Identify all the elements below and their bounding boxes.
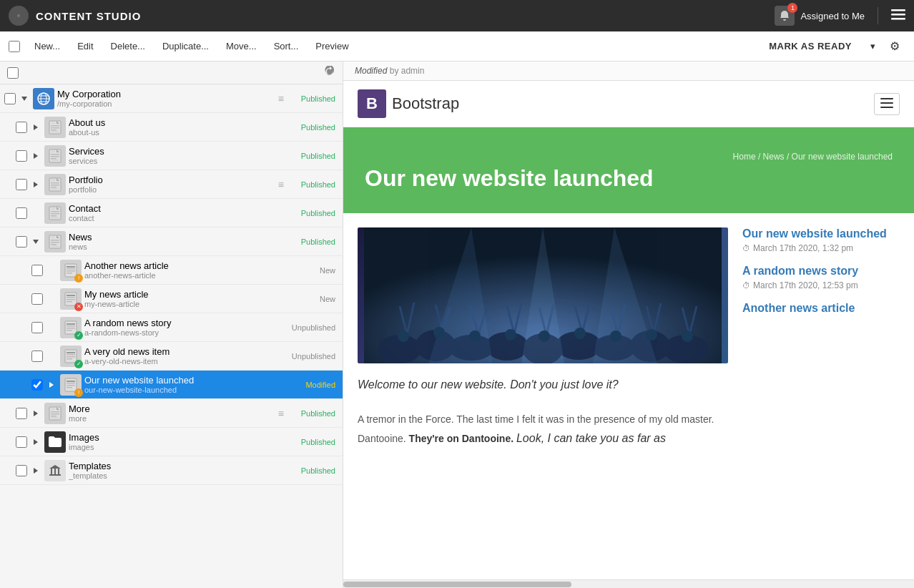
svg-rect-51 bbox=[67, 266, 75, 268]
preview-hamburger[interactable] bbox=[874, 93, 900, 115]
svg-rect-67 bbox=[67, 354, 75, 356]
tree-item-templates[interactable]: Templates_templatesPublished bbox=[0, 456, 343, 485]
checkbox-contact[interactable] bbox=[16, 207, 27, 219]
refresh-icon[interactable] bbox=[324, 66, 335, 79]
select-all-checkbox[interactable] bbox=[9, 41, 20, 52]
expand-toggle-my-news bbox=[46, 293, 57, 305]
sidebar-news-title-2[interactable]: A random news story bbox=[742, 265, 900, 278]
hero-title: Our new website launched bbox=[365, 165, 654, 192]
item-path-services: services bbox=[69, 157, 288, 165]
checkbox-another-news[interactable] bbox=[31, 265, 43, 276]
mark-as-ready-button[interactable]: MARK AS READY bbox=[759, 36, 862, 56]
preview-main: Welcome to our new website. Don't you ju… bbox=[358, 227, 728, 448]
icon-wrap-about-us bbox=[44, 117, 66, 138]
checkbox-about-us[interactable] bbox=[16, 122, 27, 133]
icon-wrap-portfolio bbox=[44, 174, 66, 195]
checkbox-images[interactable] bbox=[16, 436, 27, 448]
item-text-about-us: About usabout-us bbox=[69, 117, 288, 137]
svg-point-133 bbox=[682, 330, 693, 342]
svg-rect-88 bbox=[54, 469, 56, 474]
sidebar-news-title-1[interactable]: Our new website launched bbox=[742, 227, 900, 240]
checkbox-more[interactable] bbox=[16, 408, 27, 419]
new-button[interactable]: New... bbox=[27, 36, 67, 56]
expand-toggle-random-news bbox=[46, 322, 57, 333]
tree-item-services[interactable]: ServicesservicesPublished bbox=[0, 142, 343, 170]
sidebar-news-title-3[interactable]: Another news article bbox=[742, 302, 900, 315]
drag-handle-my-corp[interactable]: ≡ bbox=[278, 93, 284, 104]
icon-wrap-templates bbox=[44, 460, 66, 481]
sort-button[interactable]: Sort... bbox=[267, 36, 306, 56]
duplicate-button[interactable]: Duplicate... bbox=[155, 36, 216, 56]
status-badge-contact: Published bbox=[288, 209, 338, 217]
checkbox-news[interactable] bbox=[16, 236, 27, 248]
expand-toggle-our-new-website[interactable] bbox=[46, 379, 57, 391]
icon-wrap-more bbox=[44, 403, 66, 424]
expand-toggle-news[interactable] bbox=[30, 236, 41, 248]
tree-item-my-corp[interactable]: My Corporation/my-corporation≡Published bbox=[0, 84, 343, 113]
tree-item-images[interactable]: ImagesimagesPublished bbox=[0, 428, 343, 456]
svg-marker-84 bbox=[34, 439, 38, 445]
checkbox-random-news[interactable] bbox=[31, 322, 43, 333]
svg-rect-81 bbox=[51, 416, 56, 417]
preview-button[interactable]: Preview bbox=[308, 36, 355, 56]
status-badge-services: Published bbox=[288, 152, 338, 160]
expand-toggle-more[interactable] bbox=[30, 408, 41, 419]
item-name-another-news: Another news article bbox=[84, 260, 288, 271]
checkbox-my-corp[interactable] bbox=[4, 93, 16, 104]
settings-gear-button[interactable]: ⚙ bbox=[884, 35, 905, 57]
svg-point-129 bbox=[539, 330, 550, 342]
article-bold: They're on Dantooine. bbox=[409, 433, 513, 444]
svg-rect-23 bbox=[51, 156, 59, 157]
preview-sidebar: Our new website launched ⏱ March 17th 20… bbox=[742, 227, 900, 448]
checkbox-portfolio[interactable] bbox=[16, 179, 27, 190]
delete-button[interactable]: Delete... bbox=[104, 36, 152, 56]
tree-item-contact[interactable]: ContactcontactPublished bbox=[0, 199, 343, 227]
edit-button[interactable]: Edit bbox=[70, 36, 100, 56]
article-intro: Welcome to our new website. Don't you ju… bbox=[358, 378, 619, 391]
tree-item-my-news[interactable]: ✕My news articlemy-news-articleNew bbox=[0, 285, 343, 313]
item-name-old-news: A very old news item bbox=[84, 346, 288, 357]
assigned-to-me-btn[interactable]: 1 Assigned to Me bbox=[775, 6, 865, 26]
tree-item-our-new-website[interactable]: !Our new website launchedour-new-website… bbox=[0, 371, 343, 399]
tree-item-news[interactable]: NewsnewsPublished bbox=[0, 227, 343, 256]
menu-icon[interactable] bbox=[891, 7, 905, 25]
expand-toggle-old-news bbox=[46, 351, 57, 362]
checkbox-services[interactable] bbox=[16, 150, 27, 162]
svg-rect-45 bbox=[51, 240, 59, 241]
expand-toggle-about-us[interactable] bbox=[30, 122, 41, 133]
status-badge-news: Published bbox=[288, 237, 338, 246]
checkbox-my-news[interactable] bbox=[31, 293, 43, 305]
expand-toggle-portfolio[interactable] bbox=[30, 179, 41, 190]
item-badge-my-news: ✕ bbox=[74, 303, 83, 311]
tree-item-portfolio[interactable]: Portfolioportfolio≡Published bbox=[0, 170, 343, 199]
status-badge-more: Published bbox=[288, 409, 338, 418]
tree-item-about-us[interactable]: About usabout-usPublished bbox=[0, 113, 343, 142]
item-text-our-new-website: Our new website launchedour-new-website-… bbox=[84, 375, 288, 394]
drag-handle-more[interactable]: ≡ bbox=[278, 408, 284, 419]
tree-item-another-news[interactable]: !Another news articleanother-news-articl… bbox=[0, 256, 343, 285]
checkbox-old-news[interactable] bbox=[31, 351, 43, 362]
item-text-old-news: A very old news itema-very-old-news-item bbox=[84, 346, 288, 366]
svg-marker-70 bbox=[49, 382, 54, 388]
expand-toggle-services[interactable] bbox=[30, 150, 41, 162]
svg-point-126 bbox=[433, 327, 445, 338]
checkbox-our-new-website[interactable] bbox=[31, 379, 43, 391]
item-text-images: Imagesimages bbox=[69, 432, 288, 451]
notification-icon[interactable]: 1 bbox=[775, 6, 795, 26]
item-badge-another-news: ! bbox=[74, 274, 83, 283]
tree-item-random-news[interactable]: ✓A random news storya-random-news-storyU… bbox=[0, 313, 343, 342]
horizontal-scrollbar[interactable] bbox=[343, 579, 914, 588]
expand-toggle-templates[interactable] bbox=[30, 465, 41, 476]
expand-toggle-my-corp[interactable] bbox=[19, 93, 30, 104]
tree-item-old-news[interactable]: ✓A very old news itema-very-old-news-ite… bbox=[0, 342, 343, 371]
checkbox-templates[interactable] bbox=[16, 465, 27, 476]
preview-content[interactable]: B Bootstrap Our new website launched Hom… bbox=[343, 81, 914, 579]
drag-handle-portfolio[interactable]: ≡ bbox=[278, 179, 284, 190]
item-path-another-news: another-news-article bbox=[84, 271, 288, 280]
svg-rect-80 bbox=[51, 413, 59, 415]
header-checkbox[interactable] bbox=[7, 67, 19, 79]
mark-as-ready-dropdown-button[interactable]: ▾ bbox=[865, 36, 881, 56]
move-button[interactable]: Move... bbox=[219, 36, 264, 56]
tree-item-more[interactable]: Moremore≡Published bbox=[0, 399, 343, 428]
expand-toggle-images[interactable] bbox=[30, 436, 41, 448]
